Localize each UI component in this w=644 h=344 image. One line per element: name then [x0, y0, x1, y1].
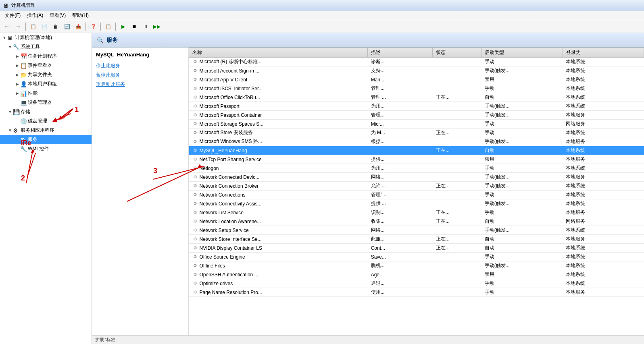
table-row[interactable]: ⚙ Network Location Awarene... 收集... 正在..… — [189, 217, 644, 226]
service-login-cell: 本地系统 — [563, 164, 644, 173]
service-name-cell: ⚙ Microsoft iSCSI Initiator Ser... — [189, 84, 368, 93]
system-tools-toggle[interactable]: ▼ — [7, 45, 13, 49]
table-row[interactable]: ⚙ Network Connected Devic... 网络... 手动(触发… — [189, 173, 644, 182]
wmi-toggle[interactable] — [15, 147, 20, 151]
service-status-cell — [433, 164, 481, 173]
table-row[interactable]: ⚙ Network Connections 管理"... 手动 本地系统 — [189, 191, 644, 199]
tree-root[interactable]: ▼ 🖥 计算机管理(本地) — [0, 33, 92, 42]
sidebar-item-system-tools[interactable]: ▼ 🔧 系统工具 — [0, 42, 92, 52]
table-row[interactable]: ⚙ Microsoft Office ClickToRu... 管理 ... 正… — [189, 93, 644, 102]
service-desc-cell: 通过... — [368, 279, 433, 288]
servapps-toggle[interactable]: ▼ — [7, 128, 13, 133]
col-login[interactable]: 登录为 — [563, 48, 644, 58]
table-row[interactable]: ⚙ Network Setup Service 网络... 手动(触发... 本… — [189, 226, 644, 235]
toolbar-btn-2[interactable]: 📄 — [39, 21, 50, 32]
table-row[interactable]: ⚙ Network List Service 识别... 正在... 手动 本地… — [189, 208, 644, 217]
service-login-cell: 本地服务 — [563, 288, 644, 297]
table-row[interactable]: ⚙ Microsoft iSCSI Initiator Ser... 管理...… — [189, 84, 644, 93]
col-status[interactable]: 状态 — [433, 48, 481, 58]
service-desc-cell: Age... — [368, 270, 433, 279]
service-name-cell: ⚙ Offline Files — [189, 261, 368, 270]
table-row[interactable]: ⚙ Network Connection Broker 允许 ... 正在...… — [189, 182, 644, 191]
menu-help[interactable]: 帮助(H) — [69, 11, 92, 20]
stop-button[interactable]: ⏹ — [129, 21, 140, 32]
play-button[interactable]: ▶ — [118, 21, 128, 32]
toolbar-btn-6[interactable]: 📋 — [103, 21, 113, 32]
sidebar-item-local-users[interactable]: ▶ 👤 本地用户和组 — [0, 79, 92, 89]
disk-toggle[interactable] — [15, 119, 20, 123]
sidebar-item-device-manager[interactable]: 💻 设备管理器 — [0, 98, 92, 107]
table-row[interactable]: ⚙ NVIDIA Display Container LS Cont... 正在… — [189, 244, 644, 253]
menu-view[interactable]: 查看(V) — [46, 11, 69, 20]
sidebar-item-storage[interactable]: ▼ 💾 存储 — [0, 107, 92, 116]
services-toggle[interactable] — [15, 137, 20, 142]
menu-action[interactable]: 操作(A) — [24, 11, 46, 20]
table-row[interactable]: ⚙ Offline Files 脱机... 手动(触发... 本地系统 — [189, 261, 644, 270]
service-login-cell: 本地系统 — [563, 244, 644, 253]
service-startup-cell: 手动 — [481, 58, 563, 66]
table-row[interactable]: ⚙ Network Connectivity Assis... 提供 ... 手… — [189, 199, 644, 208]
pause-button[interactable]: ⏸ — [140, 21, 151, 32]
help-button[interactable]: ❓ — [88, 21, 98, 32]
sidebar-item-performance[interactable]: ▶ 📊 性能 — [0, 89, 92, 98]
sidebar-item-wmi[interactable]: 🔧 WMI 控件 — [0, 144, 92, 153]
service-login-cell: 本地服务 — [563, 137, 644, 146]
table-row[interactable]: ⚙ Microsoft App-V Client Man... 禁用 本地系统 — [189, 75, 644, 84]
col-startup[interactable]: 启动类型 — [481, 48, 563, 58]
table-row[interactable]: ⚙ Microsoft Windows SMS 路... 根据... 手动(触发… — [189, 137, 644, 146]
col-desc[interactable]: 描述 — [368, 48, 433, 58]
task-label: 任务计划程序 — [28, 53, 57, 60]
service-startup-cell: 自动 — [481, 235, 563, 244]
root-toggle[interactable]: ▼ — [2, 35, 7, 40]
table-row[interactable]: ⚙ Microsoft Passport Container 管理... 手动(… — [189, 111, 644, 120]
restart-button[interactable]: ▶▶ — [152, 21, 162, 32]
service-startup-cell: 手动(触发... — [481, 66, 563, 75]
service-desc-cell: Save... — [368, 253, 433, 261]
pause-link[interactable]: 暂停此服务 — [96, 72, 184, 79]
table-row[interactable]: ⚙ Microsoft Storage Spaces S... Micr... … — [189, 120, 644, 128]
toolbar-btn-5[interactable]: 📤 — [73, 21, 83, 32]
sidebar-item-shared-folders[interactable]: ▶ 📁 共享文件夹 — [0, 70, 92, 79]
table-row[interactable]: ⚙ Microsoft (R) 诊断中心标准... 诊断... 手动 本地系统 — [189, 58, 644, 66]
service-login-cell: 本地系统 — [563, 191, 644, 199]
table-row[interactable]: ⚙ Microsoft Account Sign-in ... 支持... 手动… — [189, 66, 644, 75]
event-toggle[interactable]: ▶ — [15, 63, 20, 68]
toolbar-btn-1[interactable]: 📋 — [28, 21, 38, 32]
service-desc-cell: 为用... — [368, 164, 433, 173]
perf-toggle[interactable]: ▶ — [15, 91, 20, 95]
table-row[interactable]: ⚙ Net.Tcp Port Sharing Service 提供... 禁用 … — [189, 155, 644, 164]
table-row[interactable]: ⚙ Office Source Engine Save... 手动 本地系统 — [189, 253, 644, 261]
service-gear-icon: ⚙ — [192, 290, 198, 295]
service-startup-cell: 手动(触发... — [481, 137, 563, 146]
table-row[interactable]: ⚙ OpenSSH Authentication ... Age... 禁用 本… — [189, 270, 644, 279]
title-text: 计算机管理 — [11, 2, 35, 9]
service-login-cell: 本地系统 — [563, 182, 644, 191]
stop-link[interactable]: 停止此服务 — [96, 62, 184, 69]
table-row[interactable]: ⚙ Page Name Resolution Pro... 使用... 手动 本… — [189, 288, 644, 297]
table-row[interactable]: ⚙ Optimize drives 通过... 手动 本地系统 — [189, 279, 644, 288]
users-toggle[interactable]: ▶ — [15, 82, 20, 86]
col-name[interactable]: 名称 — [189, 48, 368, 58]
service-name-cell: ⚙ Network List Service — [189, 208, 368, 217]
sidebar-item-services-apps[interactable]: ▼ ⚙ 服务和应用程序 — [0, 126, 92, 135]
service-gear-icon: ⚙ — [192, 68, 198, 74]
sidebar-item-disk-management[interactable]: 💿 磁盘管理 — [0, 116, 92, 126]
toolbar-btn-3[interactable]: 🗑 — [50, 21, 61, 32]
sidebar-item-event-viewer[interactable]: ▶ 📋 事件查看器 — [0, 61, 92, 70]
table-row[interactable]: ⚙ MySQL_HeYuanHang 正在... 自动 本地系统 — [189, 146, 644, 155]
table-row[interactable]: ⚙ Network Store Interface Se... 此服... 正在… — [189, 235, 644, 244]
table-row[interactable]: ⚙ Netlogon 为用... 手动 本地系统 — [189, 164, 644, 173]
back-button[interactable]: ← — [2, 21, 12, 32]
forward-button[interactable]: → — [13, 21, 23, 32]
storage-toggle[interactable]: ▼ — [7, 110, 13, 114]
shared-toggle[interactable]: ▶ — [15, 73, 20, 77]
task-toggle[interactable]: ▶ — [15, 54, 20, 58]
toolbar-btn-4[interactable]: 🔄 — [62, 21, 72, 32]
device-toggle[interactable] — [15, 100, 20, 105]
menu-file[interactable]: 文件(F) — [2, 11, 24, 20]
table-row[interactable]: ⚙ Microsoft Passport 为用... 手动(触发... 本地系统 — [189, 102, 644, 111]
sidebar-item-services[interactable]: ⚙ 服务 — [0, 135, 92, 144]
table-row[interactable]: ⚙ Microsoft Store 安装服务 为 M... 正在... 手动 本… — [189, 128, 644, 137]
restart-link[interactable]: 重启动此服务 — [96, 81, 184, 88]
sidebar-item-task-scheduler[interactable]: ▶ 📅 任务计划程序 — [0, 52, 92, 61]
